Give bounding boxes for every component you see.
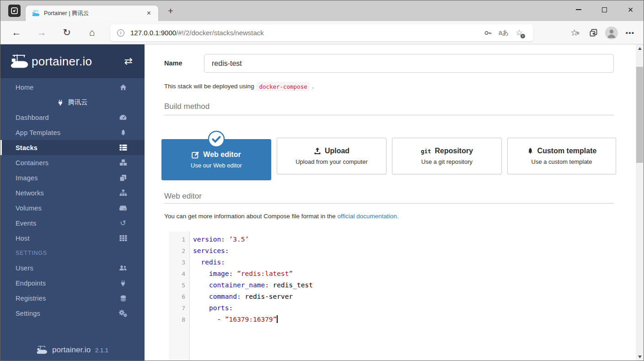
sidebar-item-dashboard[interactable]: Dashboard	[0, 110, 145, 125]
line-number: 4	[169, 268, 189, 280]
url-host: 127.0.0.1:9000	[130, 29, 176, 37]
editor-code-area[interactable]: version: ’3.5’services: redis: image: ”r…	[190, 232, 614, 361]
home-icon	[118, 84, 128, 91]
official-documentation-link[interactable]: official documentation.	[337, 213, 398, 220]
browser-home-button[interactable]: ⌂	[84, 25, 100, 40]
portainer-footer-logo-icon	[37, 345, 48, 355]
favorites-hub-icon[interactable]: ☆ ≡	[566, 25, 584, 41]
scrollbar-down-arrow[interactable]	[636, 353, 644, 361]
sidebar-endpoint[interactable]: 腾讯云	[0, 95, 145, 110]
site-info-icon[interactable]: i	[117, 29, 124, 37]
address-bar[interactable]: i 127.0.0.1:9000/#!/2/docker/stacks/news…	[110, 24, 533, 41]
add-favorite-icon[interactable]: ☆ +	[511, 26, 527, 40]
tab-bar: Portainer | 腾讯云 × + ×	[0, 0, 644, 21]
build-method-title: Build method	[164, 102, 209, 111]
stack-name-input[interactable]	[204, 54, 614, 73]
code-line[interactable]: version: ’3.5’	[190, 234, 614, 245]
line-number: 1	[169, 234, 189, 245]
browser-window: Portainer | 腾讯云 × + × ← → ↻ ⌂ i 127.0.0.…	[0, 0, 644, 361]
scrollbar-up-arrow[interactable]	[636, 44, 644, 52]
maximize-button[interactable]	[591, 0, 617, 19]
window-controls: ×	[565, 0, 644, 19]
sitemap-icon	[118, 189, 128, 196]
cogs-icon	[118, 310, 128, 317]
forward-button[interactable]: →	[34, 25, 49, 40]
sidebar-item-app-templates[interactable]: App Templates	[0, 125, 145, 140]
sidebar-item-networks[interactable]: Networks	[0, 185, 145, 200]
back-button[interactable]: ←	[9, 25, 24, 40]
line-number: 7	[169, 302, 189, 314]
sidebar-item-home[interactable]: Home	[0, 80, 145, 95]
web-editor-divider	[164, 203, 614, 204]
refresh-button[interactable]: ↻	[59, 25, 75, 40]
sidebar-menu: Home 腾讯云 Dashboard App Templates	[0, 78, 145, 321]
sidebar-item-users[interactable]: Users	[0, 260, 145, 275]
deploy-method-badge: docker-compose	[257, 82, 309, 91]
sidebar-logo-text: portainer.io	[32, 54, 92, 69]
sidebar-settings-header: SETTINGS	[0, 246, 145, 260]
sidebar-item-containers[interactable]: Containers	[0, 155, 145, 170]
plug-icon	[118, 280, 128, 287]
line-number: 6	[169, 291, 189, 302]
tab-close-icon[interactable]: ×	[144, 9, 154, 17]
web-editor-title: Web editor	[164, 192, 202, 201]
minimize-button[interactable]	[565, 0, 591, 19]
scrollbar-thumb[interactable]	[636, 67, 643, 163]
sidebar-item-images[interactable]: Images	[0, 170, 145, 185]
line-number: 8	[169, 314, 189, 325]
portainer-logo-icon	[11, 53, 29, 70]
editor-gutter: 12345678	[169, 232, 190, 361]
sidebar-footer: portainer.io 2.1.1	[0, 345, 145, 355]
sidebar-item-registries[interactable]: Registries	[0, 291, 145, 306]
profile-avatar[interactable]	[602, 25, 621, 41]
line-number: 5	[169, 280, 189, 291]
translate-icon[interactable]: aあ	[496, 26, 511, 40]
close-button[interactable]: ×	[617, 0, 644, 19]
cubes-icon	[118, 159, 128, 166]
sidebar-item-volumes[interactable]: Volumes	[0, 200, 145, 216]
build-method-divider	[164, 115, 614, 115]
browser-menu-icon[interactable]: ⋯	[621, 25, 639, 41]
name-label: Name	[164, 59, 182, 67]
collections-icon[interactable]	[584, 25, 602, 41]
sidebar-item-endpoints[interactable]: Endpoints	[0, 275, 145, 291]
sidebar-item-events[interactable]: Events ↺	[0, 216, 145, 231]
tachometer-icon	[118, 114, 128, 121]
sidebar-item-settings[interactable]: Settings	[0, 306, 145, 321]
compose-info-text: You can get more information about Compo…	[164, 213, 399, 220]
code-line[interactable]: image: ”redis:latest”	[190, 268, 614, 280]
new-tab-button[interactable]: +	[164, 5, 177, 17]
close-icon: ×	[628, 5, 633, 14]
code-line[interactable]: redis:	[190, 257, 614, 268]
browser-toolbar: ← → ↻ ⌂ i 127.0.0.1:9000/#!/2/docker/sta…	[0, 21, 644, 44]
rocket-icon	[527, 147, 534, 155]
tab-title: Portainer | 腾讯云	[44, 10, 144, 17]
sidebar-item-stacks[interactable]: Stacks	[0, 140, 145, 155]
rocket-icon	[118, 129, 128, 136]
page-scrollbar[interactable]	[636, 44, 644, 361]
code-line[interactable]: services:	[190, 245, 614, 257]
history-icon: ↺	[118, 220, 128, 227]
line-number: 3	[169, 257, 189, 268]
upload-icon	[314, 147, 321, 155]
url-path: /#!/2/docker/stacks/newstack	[176, 29, 264, 37]
grid-icon	[118, 235, 128, 242]
sidebar-item-host[interactable]: Host	[0, 231, 145, 246]
password-key-icon[interactable]	[480, 26, 496, 40]
code-line[interactable]: - ”16379:16379”	[190, 314, 614, 325]
code-line[interactable]: ports:	[190, 302, 614, 314]
hdd-icon	[118, 205, 128, 211]
code-line[interactable]: container_name: redis_test	[190, 280, 614, 291]
build-option-repository[interactable]: git Repository Use a git repository	[392, 138, 502, 174]
build-option-custom-template[interactable]: Custom template Use a custom template	[507, 138, 616, 174]
tab-actions-icon[interactable]	[8, 5, 21, 17]
compose-code-editor[interactable]: 12345678 version: ’3.5’services: redis: …	[169, 232, 614, 361]
build-option-upload[interactable]: Upload Upload from your computer	[277, 138, 386, 174]
list-icon	[118, 144, 128, 151]
database-icon	[118, 295, 128, 302]
deploy-info-text: This stack will be deployed using docker…	[164, 83, 314, 90]
minimize-icon	[576, 9, 581, 10]
browser-tab[interactable]: Portainer | 腾讯云 ×	[26, 5, 158, 21]
sidebar-toggle-icon[interactable]: ⇄	[124, 56, 133, 66]
code-line[interactable]: command: redis-server	[190, 291, 614, 302]
